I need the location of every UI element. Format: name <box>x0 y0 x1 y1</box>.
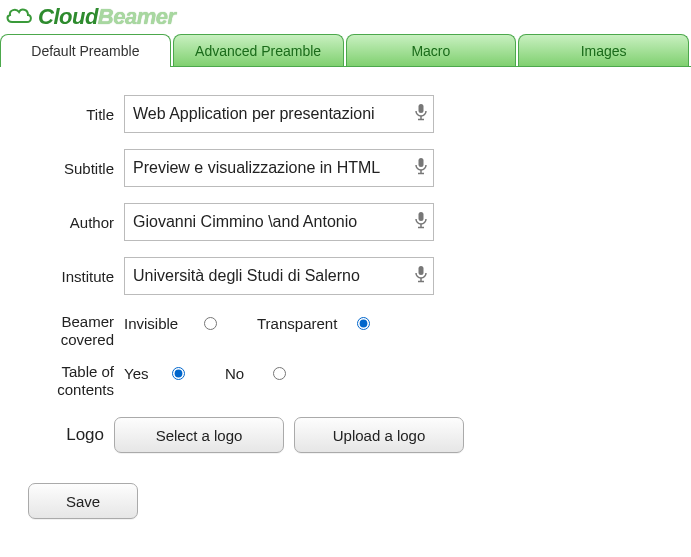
radio-toc-no[interactable] <box>273 367 286 380</box>
tab-label: Advanced Preamble <box>195 43 321 59</box>
tab-macro[interactable]: Macro <box>346 34 517 66</box>
radio-option-toc-no[interactable]: No <box>225 365 326 382</box>
tab-images[interactable]: Images <box>518 34 689 66</box>
opt-label: Transparent <box>257 315 357 332</box>
institute-input[interactable] <box>124 257 434 295</box>
tabs: Default Preamble Advanced Preamble Macro… <box>0 34 691 66</box>
upload-logo-button[interactable]: Upload a logo <box>294 417 464 453</box>
tab-label: Images <box>581 43 627 59</box>
label-toc: Table of contents <box>20 361 124 399</box>
radio-option-invisible[interactable]: Invisible <box>124 315 257 332</box>
opt-label: Invisible <box>124 315 204 332</box>
label-beamer-covered: Beamer covered <box>20 311 124 349</box>
tab-label: Macro <box>411 43 450 59</box>
select-logo-button[interactable]: Select a logo <box>114 417 284 453</box>
radio-transparent[interactable] <box>357 317 370 330</box>
opt-label: No <box>225 365 273 382</box>
label-subtitle: Subtitle <box>20 160 124 177</box>
label-logo: Logo <box>20 425 114 445</box>
tab-label: Default Preamble <box>31 43 139 59</box>
brand-cloud: Cloud <box>38 4 98 30</box>
tab-advanced-preamble[interactable]: Advanced Preamble <box>173 34 344 66</box>
tab-default-preamble[interactable]: Default Preamble <box>0 34 171 66</box>
label-title: Title <box>20 106 124 123</box>
radio-option-toc-yes[interactable]: Yes <box>124 365 225 382</box>
author-input[interactable] <box>124 203 434 241</box>
subtitle-input[interactable] <box>124 149 434 187</box>
save-button[interactable]: Save <box>28 483 138 519</box>
radio-invisible[interactable] <box>204 317 217 330</box>
panel-default-preamble: Title Subtitle Author Institute <box>0 66 691 539</box>
radio-toc-yes[interactable] <box>172 367 185 380</box>
opt-label: Yes <box>124 365 172 382</box>
label-author: Author <box>20 214 124 231</box>
title-input[interactable] <box>124 95 434 133</box>
label-institute: Institute <box>20 268 124 285</box>
cloud-icon <box>4 4 34 30</box>
app-logo: CloudBeamer <box>0 0 691 32</box>
brand-beamer: Beamer <box>98 4 176 30</box>
radio-option-transparent[interactable]: Transparent <box>257 315 410 332</box>
